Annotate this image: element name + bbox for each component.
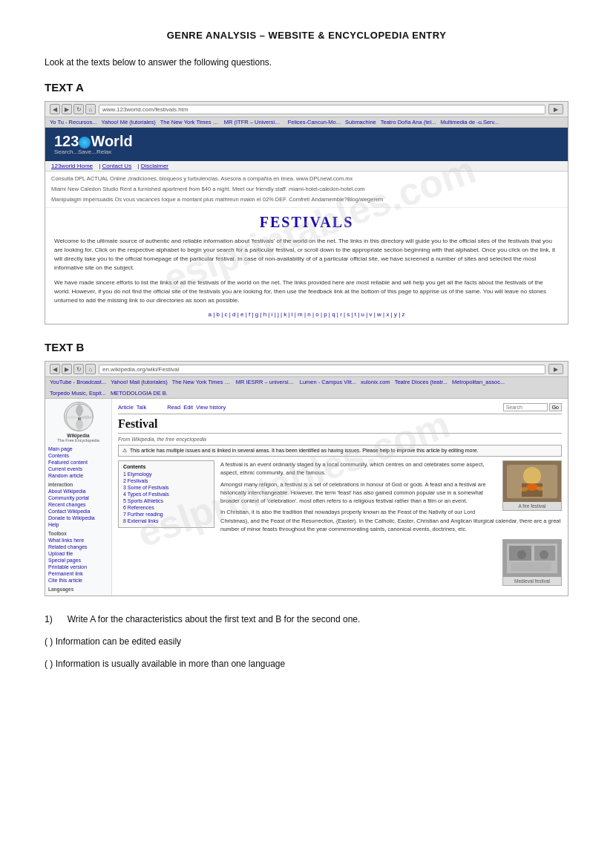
wiki-what-links[interactable]: What links here [48, 537, 108, 544]
wiki-donate[interactable]: Donate to Wikipedia [48, 515, 108, 521]
wiki-special[interactable]: Special pages [48, 557, 108, 564]
bookmark-7[interactable]: Teatro Doña Ana (tel... [381, 119, 436, 125]
nav-contact[interactable]: Contact Us [102, 163, 132, 169]
wiki-nav-current[interactable]: Current events [48, 466, 108, 472]
address-bar-a[interactable]: www.123world.com/festivals.htm [99, 105, 545, 114]
text-b-label: TEXT B [45, 341, 568, 353]
wiki-toolbox-header: Toolbox [48, 531, 108, 536]
svg-point-14 [517, 550, 526, 559]
bookmark-4[interactable]: MR (ITFR – Universida... [224, 119, 283, 125]
wiki-recent[interactable]: Recent changes [48, 501, 108, 508]
address-bar-b[interactable]: en.wikipedia.org/wiki/Festival [99, 365, 545, 374]
wiki-tab-history[interactable]: View history [196, 404, 226, 411]
forward-btn[interactable]: ▶ [62, 104, 72, 114]
wiki-top-bar: Article Talk Read Edit View history Go [118, 403, 562, 414]
home-btn-b[interactable]: ⌂ [85, 364, 96, 374]
wiki-contact[interactable]: Contact Wikipedia [48, 508, 108, 515]
home-btn[interactable]: ⌂ [85, 104, 96, 114]
site-logo: 123World Search...Save...Relax [54, 134, 133, 155]
browser-toolbar-a: ◀ ▶ ↻ ⌂ www.123world.com/festivals.htm ▶ [45, 102, 568, 117]
bookmark-2[interactable]: Yahoo! Mé (tutoriales) [102, 119, 156, 125]
wiki-tab-talk[interactable]: Talk [137, 404, 146, 411]
wiki-nav-featured[interactable]: Featured content [48, 459, 108, 466]
site-body-2: We have made sincere efforts to list the… [54, 278, 559, 305]
svg-point-6 [526, 483, 538, 491]
wiki-logo-sub: The Free Encyclopedia [48, 438, 108, 443]
wiki-search-input[interactable] [503, 403, 548, 411]
wiki-toc-6[interactable]: 6 References [123, 504, 209, 511]
wiki-logo-text: Wikipedia [48, 433, 108, 438]
wiki-tabs: Article Talk Read Edit View history [118, 404, 226, 411]
ad-1: Consulta DPL ACTUAL Online ¡tradiciones,… [51, 174, 562, 183]
wiki-toc-3[interactable]: 3 Some of Festivals [123, 484, 209, 491]
svg-point-4 [523, 467, 541, 485]
wiki-tab-read[interactable]: Read [167, 404, 180, 411]
wiki-tab-article[interactable]: Article [118, 404, 134, 411]
wiki-body-area: A fire festival Contents 1 Etymology 2 F… [118, 460, 562, 589]
wiki-toc-7[interactable]: 7 Further reading [123, 511, 209, 518]
wiki-about[interactable]: About Wikipedia [48, 488, 108, 495]
wiki-related[interactable]: Related changes [48, 544, 108, 550]
bm-b-1[interactable]: YouTube - Broadcast... [50, 379, 106, 385]
bookmark-3[interactable]: The New York Times –... [160, 119, 220, 125]
bm-b-6[interactable]: xulonix.com [361, 379, 390, 385]
wiki-toc-2[interactable]: 2 Festivals [123, 477, 209, 484]
nav-disclaimer[interactable]: Disclaimer [141, 163, 168, 169]
back-btn[interactable]: ◀ [50, 104, 60, 114]
refresh-btn[interactable]: ↻ [73, 104, 84, 114]
bookmark-8[interactable]: Multimedia de -u.Serv... [440, 119, 499, 125]
bm-b-5[interactable]: Lumen - Campus Vlit... [300, 379, 356, 385]
bookmark-1[interactable]: Yo Tu - Recursos... [50, 119, 97, 125]
wiki-image-2-visual [503, 540, 561, 577]
wiki-help[interactable]: Help [48, 521, 108, 528]
question-item-2: ( ) Information is usually available in … [45, 657, 568, 670]
wiki-toc-4[interactable]: 4 Types of Festivals [123, 491, 209, 497]
wiki-image-1: A fire festival [502, 460, 562, 511]
wiki-toc-8[interactable]: 8 External links [123, 518, 209, 524]
wiki-languages-header: Languages [48, 587, 108, 592]
svg-text:W: W [77, 417, 81, 421]
bm-b-2[interactable]: Yahoo! Mail (tutoriales) [111, 379, 168, 385]
refresh-btn-b[interactable]: ↻ [73, 364, 84, 374]
text-a-label: TEXT A [45, 81, 568, 94]
forward-btn-b[interactable]: ▶ [62, 364, 72, 374]
bookmark-6[interactable]: Submachine [345, 119, 376, 125]
wiki-nav-main[interactable]: Main page [48, 446, 108, 452]
go-btn-b[interactable]: ▶ [548, 364, 563, 374]
bookmark-5[interactable]: Felices-Cancun-Mo... [288, 119, 341, 125]
svg-rect-13 [511, 562, 551, 571]
question-2-text: ( ) Information is usually available in … [45, 659, 285, 669]
wiki-tab-edit[interactable]: Edit [183, 404, 193, 411]
wiki-italic-note: From Wikipedia, the free encyclopedia [118, 437, 562, 442]
back-btn-b[interactable]: ◀ [50, 364, 60, 374]
question-header: 1) Write A for the characteristics about… [45, 613, 568, 626]
go-btn[interactable]: ▶ [548, 104, 563, 114]
wiki-nav-section: Main page Contents Featured content Curr… [48, 446, 108, 479]
wiki-main-content: Article Talk Read Edit View history Go F [112, 399, 568, 595]
wiki-permalink[interactable]: Permanent link [48, 570, 108, 577]
bm-b-8[interactable]: Metropolitan_assoc... [452, 379, 505, 385]
wiki-toc-5[interactable]: 5 Sports Athletics [123, 497, 209, 504]
bm-b-3[interactable]: The New York Times –... [172, 379, 232, 385]
ad-2: Miami New Caledon Studio Rent a furnishe… [51, 185, 562, 194]
wiki-search-btn[interactable]: Go [549, 403, 562, 411]
wiki-image-2: Medieval festival [502, 539, 562, 586]
wiki-image-2-caption: Medieval festival [503, 577, 561, 585]
bm-b-4[interactable]: MR IESRR – universida... [236, 379, 295, 385]
wiki-cite[interactable]: Cite this article [48, 577, 108, 584]
nav-home[interactable]: 123world Home [51, 163, 93, 169]
page-title: GENRE ANALYSIS – WEBSITE & ENCYCLOPEDIA … [45, 30, 568, 41]
alpha-links-text[interactable]: a | b | c | d | e | f | g | h | i | j | … [209, 311, 405, 318]
wiki-community[interactable]: Community portal [48, 495, 108, 501]
bm-b-9[interactable]: Torpedo Music, Espit... [50, 390, 106, 397]
wiki-toc-1[interactable]: 1 Etymology [123, 471, 209, 477]
ad-3: Manipulagm impersuadis Os vous vacances … [51, 195, 562, 204]
wiki-nav-contents[interactable]: Contents [48, 452, 108, 459]
wiki-nav-random[interactable]: Random article [48, 472, 108, 479]
bm-b-7[interactable]: Teatre Dioces (teatr... [395, 379, 448, 385]
wiki-upload[interactable]: Upload file [48, 550, 108, 557]
wiki-printable[interactable]: Printable version [48, 564, 108, 570]
wiki-logo-area: W Wikipedia The Free Encyclopedia [48, 402, 108, 443]
browser-toolbar-b: ◀ ▶ ↻ ⌂ en.wikipedia.org/wiki/Festival ▶ [45, 362, 568, 377]
bm-b-10[interactable]: METODOLOGIA DE B. [111, 390, 168, 397]
